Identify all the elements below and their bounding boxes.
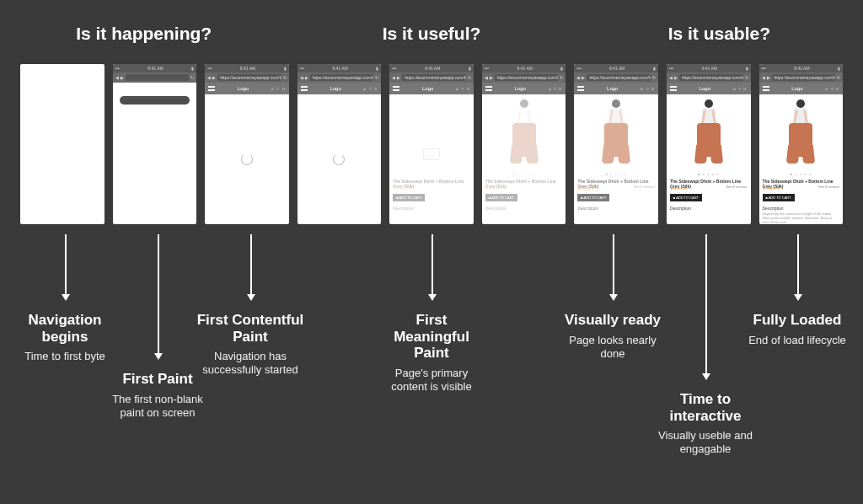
arrow-icon — [613, 234, 614, 300]
arrow-icon — [65, 234, 67, 300]
stage-label-visually-ready: Visually readyPage looks nearly done — [558, 312, 667, 361]
rating-stars: ★★★★★ — [393, 185, 470, 190]
status-bar: •••9:41 AM▮ — [113, 64, 197, 72]
phone-timeline-row: •••9:41 AM▮ ◀▶ ↻ •••9:41 AM▮ ◀▶https://e… — [20, 64, 843, 224]
question-happening: Is it happening? — [0, 24, 287, 44]
phone-stage-fmp: •••9:41 AM▮ ◀▶https://ecommerceyawapp.co… — [389, 64, 474, 224]
phone-stage-blank — [20, 64, 105, 224]
arrow-icon — [158, 234, 159, 359]
description-body: Inspired by the continuous length of the… — [763, 212, 840, 224]
question-useful: Is it useful? — [287, 24, 575, 44]
loading-shimmer — [120, 96, 190, 105]
topbar-icons: ⌕ ♡ ▢ — [271, 86, 286, 91]
spinner-icon — [333, 153, 345, 165]
phone-stage-fcp: •••9:41 AM▮ ◀▶https://ecommerceyawapp.co… — [205, 64, 289, 224]
menu-icon — [208, 86, 215, 91]
spinner-icon — [241, 153, 253, 165]
add-to-cart-button: ■ ADD TO CART — [393, 194, 425, 201]
phone-stage-loading: •••9:41 AM▮ ◀▶https://ecommerceyawapp.co… — [297, 64, 382, 224]
phone-stage-tti: •••9:41 AM▮ ◀▶https://ecommerceyawapp.co… — [667, 64, 751, 224]
logo-text: Logo — [238, 86, 249, 91]
question-headings: Is it happening? Is it useful? Is it usa… — [0, 24, 863, 44]
app-topbar: Logo ⌕ ♡ ▢ — [205, 83, 289, 94]
stage-label-first-paint: First PaintThe first non-blank paint on … — [103, 371, 212, 420]
arrow-icon — [797, 234, 799, 300]
phone-stage-fully-loaded: •••9:41 AM▮ ◀▶https://ecommerceyawapp.co… — [759, 64, 844, 224]
address-field — [126, 74, 190, 81]
description-header: Description — [393, 206, 414, 211]
phone-stage-firstpaint: •••9:41 AM▮ ◀▶ ↻ — [113, 64, 197, 224]
arrow-icon — [250, 234, 252, 300]
phone-stage-partial: •••9:41 AM▮ ◀▶https://ecommerceyawapp.co… — [482, 64, 566, 224]
arrow-icon — [432, 234, 433, 300]
stage-label-navigation-begins: Navigation beginsTime to first byte — [10, 312, 120, 363]
stage-label-fully-loaded: Fully LoadedEnd of load lifecycle — [742, 312, 852, 347]
phone-stage-visually-ready: •••9:41 AM▮ ◀▶https://ecommerceyawapp.co… — [574, 64, 658, 224]
stage-label-tti: Time to interactiveVisually useble and e… — [651, 391, 760, 457]
stage-label-fcp: First Contentful PaintNavigation has suc… — [196, 312, 305, 378]
image-placeholder-icon — [423, 148, 440, 160]
stage-label-fmp: First Meaningful PaintPage's primary con… — [377, 312, 486, 394]
arrow-icon — [705, 234, 707, 379]
url-bar: ◀▶ ↻ — [113, 72, 197, 83]
question-usable: Is it usable? — [576, 24, 863, 44]
product-image — [506, 99, 543, 157]
